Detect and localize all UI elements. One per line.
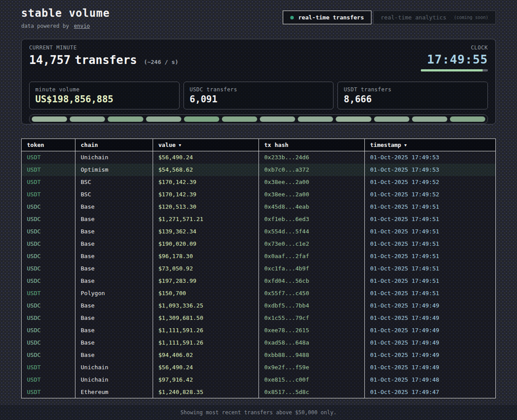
minute-volume-box: minute volume US$198,856,885 [29, 82, 180, 109]
column-label: token [27, 142, 44, 148]
clock-label: CLOCK [421, 45, 488, 51]
transfers-table: tokenchainvalue▼tx hashtimestamp▼ USDTUn… [21, 139, 496, 398]
value-cell: $1,111,591.26 [153, 324, 259, 337]
table-row: USDCBase$1,111,591.260xee78...261501-Oct… [22, 324, 496, 337]
table-row: USDCBase$139,362.340x554d...5f4401-Oct-2… [22, 225, 496, 238]
stat-boxes: minute volume US$198,856,885 USDC transf… [29, 82, 488, 109]
tx-hash-link[interactable]: 0xb7c0...a372 [259, 164, 365, 176]
value-cell: $170,142.39 [153, 188, 259, 201]
tab-realtime-transfers[interactable]: real-time transfers [283, 11, 371, 24]
volume-segment [298, 116, 333, 122]
volume-segment [260, 116, 295, 122]
value-cell: $139,362.34 [153, 225, 259, 238]
value-cell: $96,178.30 [153, 250, 259, 262]
tx-hash-link[interactable]: 0x45d8...4eab [259, 201, 365, 213]
tx-hash-link[interactable]: 0xf1eb...6ed3 [259, 213, 365, 225]
usdt-transfers-value: 8,666 [344, 94, 482, 105]
volume-segment [184, 116, 219, 122]
value-cell: $170,142.39 [153, 176, 259, 188]
table-row: USDCBase$1,271,571.210xf1eb...6ed301-Oct… [22, 213, 496, 225]
powered-by-text: data powered by [21, 23, 69, 29]
tx-hash-link[interactable]: 0x55f7...c450 [259, 287, 365, 300]
tx-hash-link[interactable]: 0xee78...2615 [259, 324, 365, 337]
current-minute-panel: CURRENT MINUTE 14,757 transfers (~246 / … [21, 39, 496, 124]
column-label: timestamp [370, 142, 401, 148]
tab-label: real-time analytics [381, 14, 446, 21]
volume-segment [412, 116, 447, 122]
column-header-value[interactable]: value▼ [153, 139, 259, 151]
volume-segment [374, 116, 409, 122]
tx-hash-link[interactable]: 0x0aaf...2faf [259, 250, 365, 262]
chain-cell: Base [75, 349, 153, 361]
top-bar: stable volume data powered by envio real… [21, 0, 496, 39]
token-cell: USDC [22, 262, 75, 275]
tx-hash-link[interactable]: 0xbb88...9488 [259, 349, 365, 361]
volume-segment [32, 116, 67, 122]
coming-soon-badge: (coming soon) [454, 15, 488, 20]
chain-cell: BSC [75, 176, 153, 188]
tx-hash-link[interactable]: 0x73e0...c1e2 [259, 238, 365, 250]
volume-segment [222, 116, 257, 122]
chain-cell: Base [75, 262, 153, 275]
chain-cell: Base [75, 300, 153, 312]
clock-time: 17:49:55 [421, 52, 488, 66]
token-cell: USDC [22, 250, 75, 262]
tx-hash-link[interactable]: 0x233b...24d6 [259, 151, 365, 164]
chain-cell: Base [75, 312, 153, 324]
table-row: USDCBase$1,309,681.500x1c55...79cf01-Oct… [22, 312, 496, 324]
timestamp-cell: 01-Oct-2025 17:49:49 [365, 300, 496, 312]
minute-volume-value: US$198,856,885 [35, 94, 173, 105]
token-cell: USDC [22, 349, 75, 361]
envio-link[interactable]: envio [74, 23, 90, 29]
value-cell: $1,111,591.26 [153, 337, 259, 349]
table-row: USDTEthereum$1,240,828.350x8517...5d8c01… [22, 386, 496, 398]
minute-progress-fill [421, 69, 483, 71]
chain-cell: Base [75, 324, 153, 337]
token-cell: USDC [22, 213, 75, 225]
usdt-transfers-box: USDT transfers 8,666 [337, 82, 488, 109]
timestamp-cell: 01-Oct-2025 17:49:49 [365, 337, 496, 349]
table-row: USDCBase$94,406.020xbb88...948801-Oct-20… [22, 349, 496, 361]
timestamp-cell: 01-Oct-2025 17:49:51 [365, 287, 496, 300]
timestamp-cell: 01-Oct-2025 17:49:51 [365, 238, 496, 250]
column-label: tx hash [264, 142, 288, 148]
value-cell: $1,093,336.25 [153, 300, 259, 312]
tx-hash-link[interactable]: 0x554d...5f44 [259, 225, 365, 238]
column-header-timestamp[interactable]: timestamp▼ [365, 139, 496, 151]
timestamp-cell: 01-Oct-2025 17:49:52 [365, 188, 496, 201]
tx-hash-link[interactable]: 0x8517...5d8c [259, 386, 365, 398]
footer-bar: Showing most recent transfers above $50,… [0, 405, 517, 420]
token-cell: USDT [22, 151, 75, 164]
tab-label: real-time transfers [298, 14, 364, 21]
transfers-table-section: tokenchainvalue▼tx hashtimestamp▼ USDTUn… [21, 139, 496, 398]
tx-hash-link[interactable]: 0xfd04...56cb [259, 275, 365, 287]
value-cell: $197,283.99 [153, 275, 259, 287]
clock-block: CLOCK 17:49:55 [421, 45, 488, 71]
token-cell: USDC [22, 201, 75, 213]
column-header-chain: chain [75, 139, 153, 151]
tx-hash-link[interactable]: 0xc1fa...4b9f [259, 262, 365, 275]
token-cell: USDC [22, 312, 75, 324]
chain-cell: Base [75, 201, 153, 213]
tx-hash-link[interactable]: 0x38ee...2a00 [259, 188, 365, 201]
tx-hash-link[interactable]: 0x1c55...79cf [259, 312, 365, 324]
token-cell: USDT [22, 287, 75, 300]
tx-hash-link[interactable]: 0xad58...648a [259, 337, 365, 349]
value-cell: $56,490.24 [153, 151, 259, 164]
chain-cell: Base [75, 238, 153, 250]
tab-realtime-analytics[interactable]: real-time analytics (coming soon) [373, 11, 496, 24]
timestamp-cell: 01-Oct-2025 17:49:51 [365, 201, 496, 213]
transfers-unit: transfers [75, 53, 137, 67]
transfers-summary: CURRENT MINUTE 14,757 transfers (~246 / … [29, 45, 178, 67]
token-cell: USDC [22, 225, 75, 238]
tx-hash-link[interactable]: 0xe815...c00f [259, 374, 365, 386]
tx-hash-link[interactable]: 0xdbf5...7bb4 [259, 300, 365, 312]
token-cell: USDT [22, 386, 75, 398]
minute-volume-label: minute volume [35, 86, 173, 93]
tx-hash-link[interactable]: 0x9e2f...f59e [259, 361, 365, 374]
chain-cell: Base [75, 250, 153, 262]
timestamp-cell: 01-Oct-2025 17:49:47 [365, 386, 496, 398]
volume-segment-bar [29, 114, 488, 124]
tx-hash-link[interactable]: 0x38ee...2a00 [259, 176, 365, 188]
minute-progress-bar [421, 69, 488, 71]
